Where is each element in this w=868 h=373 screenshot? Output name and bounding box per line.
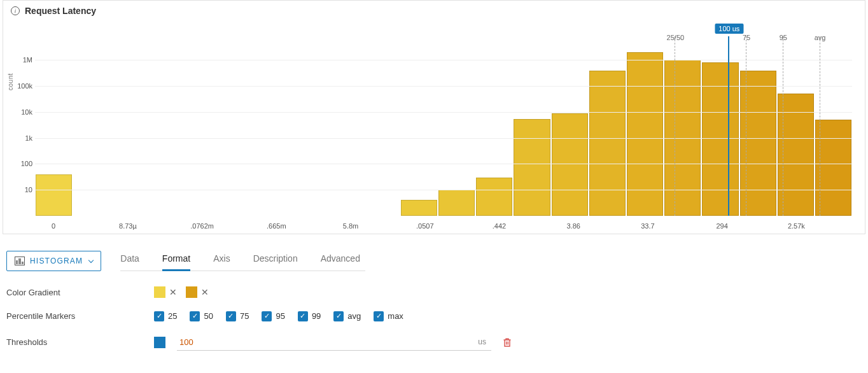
remove-swatch-icon[interactable]: ✕	[201, 287, 209, 297]
histogram-bar[interactable]	[438, 190, 475, 216]
checkbox-icon: ✓	[374, 311, 384, 321]
x-tick	[592, 222, 629, 230]
gridline	[35, 112, 852, 113]
y-tick: 1k	[13, 134, 32, 142]
x-tick	[741, 222, 778, 230]
checkbox-label: max	[388, 311, 403, 321]
panel-title: Request Latency	[25, 6, 96, 16]
x-tick: 5.8m	[332, 222, 369, 230]
x-tick: .665m	[258, 222, 295, 230]
thresholds-label: Thresholds	[6, 337, 154, 347]
percentile-checkbox-max[interactable]: ✓max	[374, 311, 403, 321]
x-tick: 3.86	[555, 222, 592, 230]
checkbox-icon: ✓	[226, 311, 236, 321]
tab-axis[interactable]: Axis	[213, 248, 230, 271]
tab-advanced[interactable]: Advanced	[321, 248, 360, 271]
percentile-checkbox-95[interactable]: ✓95	[262, 311, 284, 321]
checkbox-label: 95	[276, 311, 284, 321]
percentile-markers-label: Percentile Markers	[6, 311, 154, 321]
color-gradient-label: Color Gradient	[6, 288, 154, 297]
x-tick	[518, 222, 555, 230]
checkbox-label: 25	[168, 311, 177, 321]
percentile-checkbox-99[interactable]: ✓99	[298, 311, 321, 321]
x-tick	[295, 222, 332, 230]
checkbox-label: 99	[312, 311, 321, 321]
chart-type-dropdown[interactable]: HISTOGRAM	[6, 251, 101, 271]
y-tick: 100k	[13, 82, 32, 90]
gridline	[35, 138, 852, 139]
histogram-bar[interactable]	[815, 120, 851, 216]
gradient-swatch[interactable]	[154, 286, 165, 298]
gradient-swatch[interactable]	[186, 286, 197, 298]
checkbox-icon: ✓	[333, 311, 344, 321]
histogram-bar[interactable]	[514, 119, 550, 216]
checkbox-icon: ✓	[298, 311, 308, 321]
x-tick	[221, 222, 258, 230]
x-tick	[72, 222, 109, 230]
percentile-marker: 95	[783, 36, 783, 216]
histogram-bar[interactable]	[589, 71, 626, 216]
controls: HISTOGRAM DataFormatAxisDescriptionAdvan…	[0, 234, 868, 357]
x-tick: .0762m	[183, 222, 220, 230]
y-tick: 1M	[13, 56, 32, 64]
chart-panel: i Request Latency count 1M100k10k1k10010…	[3, 0, 865, 234]
x-tick	[444, 222, 480, 230]
x-tick	[666, 222, 703, 230]
x-tick: .442	[480, 222, 517, 230]
checkbox-icon: ✓	[154, 311, 164, 321]
checkbox-label: 50	[204, 311, 213, 321]
remove-swatch-icon[interactable]: ✕	[169, 287, 177, 297]
color-gradient-row: Color Gradient ✕✕	[6, 280, 862, 304]
threshold-color-swatch[interactable]	[154, 337, 165, 348]
percentile-marker: 25/50	[675, 36, 675, 216]
histogram-bar[interactable]	[627, 52, 663, 216]
percentile-checkbox-75[interactable]: ✓75	[226, 311, 249, 321]
gridline	[35, 190, 852, 190]
x-ticks: 08.73µ.0762m.665m5.8m.0507.4423.8633.729…	[35, 222, 852, 230]
chevron-down-icon	[88, 258, 94, 263]
gridline	[35, 60, 852, 60]
percentile-checkbox-50[interactable]: ✓50	[190, 311, 213, 321]
y-tick: 10k	[13, 108, 32, 116]
x-tick	[369, 222, 406, 230]
percentile-checkbox-avg[interactable]: ✓avg	[333, 311, 361, 321]
x-tick: 294	[703, 222, 740, 230]
percentile-marker: 75	[746, 36, 746, 216]
histogram-icon	[15, 257, 25, 265]
percentile-checkbox-25[interactable]: ✓25	[154, 311, 177, 321]
gridline	[35, 164, 852, 164]
checkbox-label: 75	[240, 311, 249, 321]
chart-type-label: HISTOGRAM	[30, 257, 83, 265]
chart-area: count 1M100k10k1k1001025/507595avg100 us…	[3, 18, 865, 234]
x-tick: 33.7	[629, 222, 666, 230]
histogram-bar[interactable]	[476, 178, 512, 216]
y-tick: 100	[13, 160, 32, 167]
threshold-line: 100 us	[728, 36, 729, 216]
gridline	[35, 86, 852, 87]
checkbox-label: avg	[347, 311, 361, 321]
percentile-marker: avg	[820, 36, 820, 216]
threshold-unit: us	[473, 337, 491, 346]
x-tick: .0507	[407, 222, 444, 230]
checkbox-icon: ✓	[262, 311, 272, 321]
x-tick: 2.57k	[778, 222, 815, 230]
trash-icon[interactable]	[503, 337, 512, 348]
x-tick: 8.73µ	[109, 222, 146, 230]
plot-box: 1M100k10k1k1001025/507595avg100 us	[35, 48, 852, 216]
thresholds-row: Thresholds us	[6, 328, 862, 357]
tab-format[interactable]: Format	[162, 248, 190, 271]
x-tick	[815, 222, 852, 230]
threshold-badge: 100 us	[715, 24, 743, 34]
tab-data[interactable]: Data	[120, 248, 139, 271]
checkbox-icon: ✓	[190, 311, 200, 321]
threshold-value-input[interactable]	[177, 337, 473, 348]
tab-description[interactable]: Description	[253, 248, 298, 271]
x-tick: 0	[35, 222, 72, 230]
x-tick	[146, 222, 183, 230]
histogram-bar[interactable]	[401, 200, 437, 216]
percentile-markers-row: Percentile Markers ✓25✓50✓75✓95✓99✓avg✓m…	[6, 304, 862, 328]
info-icon[interactable]: i	[11, 6, 20, 15]
histogram-bar[interactable]	[36, 174, 72, 216]
y-tick: 10	[13, 186, 32, 194]
